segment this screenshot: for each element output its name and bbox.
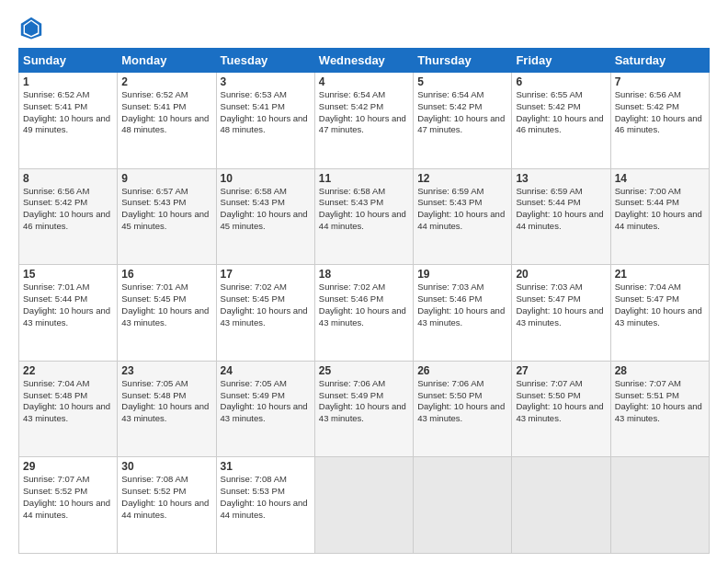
day-number: 2 [121,75,211,88]
calendar-day-cell: 9Sunrise: 6:57 AMSunset: 5:43 PMDaylight… [118,168,216,265]
calendar-day-cell: 1Sunrise: 6:52 AMSunset: 5:41 PMDaylight… [19,73,118,169]
calendar-day-cell: 7Sunrise: 6:56 AMSunset: 5:42 PMDaylight… [610,73,709,169]
calendar-day-cell: 16Sunrise: 7:01 AMSunset: 5:45 PMDayligh… [118,265,216,362]
day-info: Sunrise: 7:06 AMSunset: 5:50 PMDaylight:… [417,378,507,425]
day-number: 10 [221,172,311,185]
day-info: Sunrise: 6:54 AMSunset: 5:42 PMDaylight:… [417,89,507,136]
day-number: 23 [121,364,211,377]
calendar-header-row: SundayMondayTuesdayWednesdayThursdayFrid… [19,49,710,73]
day-number: 28 [615,364,705,377]
calendar-day-cell: 10Sunrise: 6:58 AMSunset: 5:43 PMDayligh… [216,168,314,265]
day-info: Sunrise: 7:05 AMSunset: 5:49 PMDaylight:… [221,378,311,425]
day-number: 1 [23,75,113,88]
calendar-day-cell: 27Sunrise: 7:07 AMSunset: 5:50 PMDayligh… [512,361,610,457]
day-info: Sunrise: 7:02 AMSunset: 5:45 PMDaylight:… [221,282,311,328]
day-number: 17 [221,268,311,281]
day-number: 18 [319,268,409,281]
day-number: 4 [319,75,409,88]
calendar-day-cell: 4Sunrise: 6:54 AMSunset: 5:42 PMDaylight… [314,73,413,169]
day-number: 24 [221,364,311,377]
calendar-day-cell: 22Sunrise: 7:04 AMSunset: 5:48 PMDayligh… [19,361,118,457]
day-number: 12 [417,172,507,185]
calendar-day-cell: 19Sunrise: 7:03 AMSunset: 5:46 PMDayligh… [414,265,512,362]
calendar-day-cell: 18Sunrise: 7:02 AMSunset: 5:46 PMDayligh… [314,265,413,362]
day-info: Sunrise: 7:04 AMSunset: 5:47 PMDaylight:… [615,282,705,328]
calendar-day-cell: 8Sunrise: 6:56 AMSunset: 5:42 PMDaylight… [19,168,118,265]
day-number: 25 [319,364,409,377]
day-info: Sunrise: 7:07 AMSunset: 5:50 PMDaylight:… [516,378,606,425]
day-info: Sunrise: 6:52 AMSunset: 5:41 PMDaylight:… [23,89,113,136]
day-info: Sunrise: 6:59 AMSunset: 5:44 PMDaylight:… [516,186,606,233]
day-number: 11 [319,172,409,185]
calendar-week-row: 29Sunrise: 7:07 AMSunset: 5:52 PMDayligh… [19,457,710,554]
calendar-header-saturday: Saturday [610,49,709,73]
calendar-day-cell: 24Sunrise: 7:05 AMSunset: 5:49 PMDayligh… [216,361,314,457]
day-info: Sunrise: 6:52 AMSunset: 5:41 PMDaylight:… [121,89,211,136]
day-number: 8 [23,172,113,185]
day-info: Sunrise: 7:00 AMSunset: 5:44 PMDaylight:… [615,186,705,233]
day-number: 27 [516,364,606,377]
day-info: Sunrise: 7:01 AMSunset: 5:45 PMDaylight:… [121,282,211,328]
day-number: 15 [23,268,113,281]
calendar-day-cell: 6Sunrise: 6:55 AMSunset: 5:42 PMDaylight… [512,73,610,169]
header [18,15,710,40]
day-number: 13 [516,172,606,185]
calendar-week-row: 22Sunrise: 7:04 AMSunset: 5:48 PMDayligh… [19,361,710,457]
page: SundayMondayTuesdayWednesdayThursdayFrid… [0,0,728,563]
day-number: 7 [615,75,705,88]
calendar-day-cell: 29Sunrise: 7:07 AMSunset: 5:52 PMDayligh… [19,457,118,554]
day-info: Sunrise: 6:53 AMSunset: 5:41 PMDaylight:… [221,89,311,136]
day-info: Sunrise: 7:08 AMSunset: 5:52 PMDaylight:… [121,474,211,521]
calendar-day-cell: 12Sunrise: 6:59 AMSunset: 5:43 PMDayligh… [414,168,512,265]
day-number: 22 [23,364,113,377]
day-info: Sunrise: 6:55 AMSunset: 5:42 PMDaylight:… [516,89,606,136]
day-info: Sunrise: 7:03 AMSunset: 5:46 PMDaylight:… [417,282,507,328]
day-number: 5 [417,75,507,88]
day-info: Sunrise: 7:03 AMSunset: 5:47 PMDaylight:… [516,282,606,328]
day-number: 29 [23,460,113,473]
day-info: Sunrise: 6:56 AMSunset: 5:42 PMDaylight:… [615,89,705,136]
day-info: Sunrise: 7:02 AMSunset: 5:46 PMDaylight:… [319,282,409,328]
day-info: Sunrise: 7:07 AMSunset: 5:52 PMDaylight:… [23,474,113,521]
day-info: Sunrise: 7:07 AMSunset: 5:51 PMDaylight:… [615,378,705,425]
logo [18,15,48,40]
calendar-header-thursday: Thursday [414,49,512,73]
calendar-day-cell: 2Sunrise: 6:52 AMSunset: 5:41 PMDaylight… [118,73,216,169]
calendar-day-cell [512,457,610,554]
day-info: Sunrise: 7:01 AMSunset: 5:44 PMDaylight:… [23,282,113,328]
calendar-week-row: 15Sunrise: 7:01 AMSunset: 5:44 PMDayligh… [19,265,710,362]
day-number: 30 [121,460,211,473]
day-info: Sunrise: 7:05 AMSunset: 5:48 PMDaylight:… [121,378,211,425]
day-number: 9 [121,172,211,185]
calendar-table: SundayMondayTuesdayWednesdayThursdayFrid… [18,48,710,554]
calendar-day-cell [314,457,413,554]
calendar-header-monday: Monday [118,49,216,73]
calendar-day-cell: 20Sunrise: 7:03 AMSunset: 5:47 PMDayligh… [512,265,610,362]
calendar-day-cell: 25Sunrise: 7:06 AMSunset: 5:49 PMDayligh… [314,361,413,457]
day-number: 31 [221,460,311,473]
calendar-day-cell [610,457,709,554]
calendar-day-cell: 31Sunrise: 7:08 AMSunset: 5:53 PMDayligh… [216,457,314,554]
day-info: Sunrise: 6:58 AMSunset: 5:43 PMDaylight:… [221,186,311,233]
day-number: 14 [615,172,705,185]
calendar-day-cell [414,457,512,554]
day-info: Sunrise: 7:04 AMSunset: 5:48 PMDaylight:… [23,378,113,425]
calendar-day-cell: 3Sunrise: 6:53 AMSunset: 5:41 PMDaylight… [216,73,314,169]
calendar-day-cell: 17Sunrise: 7:02 AMSunset: 5:45 PMDayligh… [216,265,314,362]
calendar-day-cell: 21Sunrise: 7:04 AMSunset: 5:47 PMDayligh… [610,265,709,362]
day-info: Sunrise: 6:56 AMSunset: 5:42 PMDaylight:… [23,186,113,233]
day-number: 6 [516,75,606,88]
day-number: 3 [221,75,311,88]
calendar-header-wednesday: Wednesday [314,49,413,73]
calendar-day-cell: 5Sunrise: 6:54 AMSunset: 5:42 PMDaylight… [414,73,512,169]
day-number: 20 [516,268,606,281]
calendar-day-cell: 28Sunrise: 7:07 AMSunset: 5:51 PMDayligh… [610,361,709,457]
day-number: 21 [615,268,705,281]
calendar-day-cell: 23Sunrise: 7:05 AMSunset: 5:48 PMDayligh… [118,361,216,457]
logo-icon [18,15,44,40]
day-info: Sunrise: 7:08 AMSunset: 5:53 PMDaylight:… [221,474,311,521]
day-info: Sunrise: 7:06 AMSunset: 5:49 PMDaylight:… [319,378,409,425]
day-number: 19 [417,268,507,281]
calendar-day-cell: 13Sunrise: 6:59 AMSunset: 5:44 PMDayligh… [512,168,610,265]
day-info: Sunrise: 6:54 AMSunset: 5:42 PMDaylight:… [319,89,409,136]
